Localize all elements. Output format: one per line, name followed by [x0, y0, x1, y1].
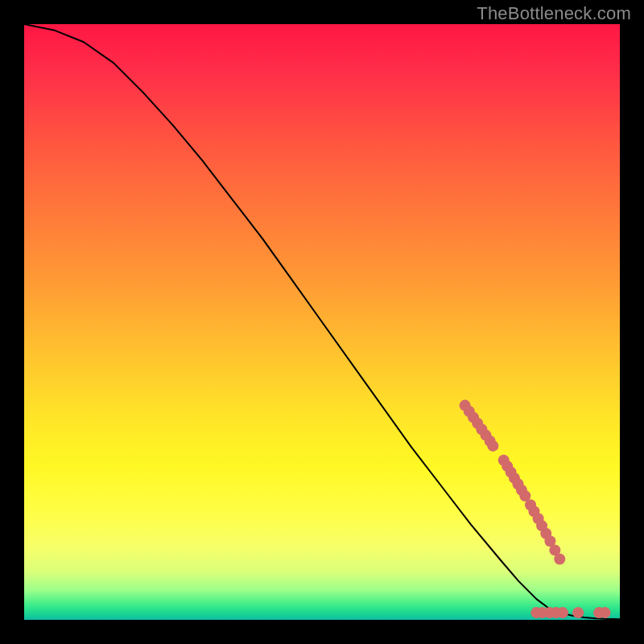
highlight-point: [572, 607, 584, 618]
chart-svg: [24, 24, 620, 620]
highlight-point: [600, 607, 611, 618]
chart-frame: TheBottleneck.com: [0, 0, 644, 644]
highlight-point: [554, 554, 565, 565]
watermark-label: TheBottleneck.com: [477, 3, 631, 24]
main-curve: [24, 24, 620, 619]
highlight-point: [557, 607, 568, 618]
highlight-point: [487, 440, 498, 452]
